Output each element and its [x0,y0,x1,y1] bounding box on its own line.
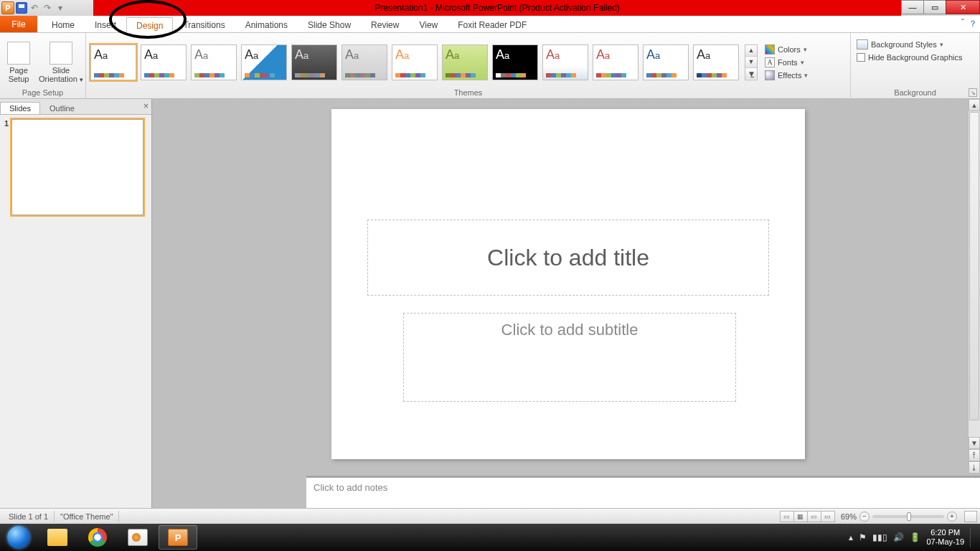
page-setup-label: Page Setup [9,66,29,83]
status-bar: Slide 1 of 1 "Office Theme" ▭ ▦ ▭ ▭ 69% … [0,508,980,524]
quick-access-toolbar: P ↶ ↷ ▾ [0,1,66,14]
ribbon-tab-review[interactable]: Review [361,17,409,32]
file-tab[interactable]: File [0,16,37,32]
zoom-out-button[interactable]: − [859,512,870,522]
colors-dropdown[interactable]: Colors▾ [763,44,809,55]
reading-view-button[interactable]: ▭ [807,511,821,522]
fit-to-window-button[interactable] [964,511,977,522]
theme-thumbnail[interactable]: Aa [643,44,689,80]
notes-pane[interactable]: Click to add notes [306,476,980,508]
slide-orientation-icon [50,42,72,65]
ribbon-tab-design[interactable]: Design [126,17,173,33]
zoom-in-button[interactable]: + [947,512,957,522]
ribbon-tab-slide-show[interactable]: Slide Show [298,17,361,32]
effects-icon [765,70,775,80]
theme-thumbnail[interactable]: Aa [492,44,538,80]
maximize-button[interactable]: ▭ [923,0,946,14]
scroll-thumb[interactable] [969,112,979,420]
slide: Click to add title Click to add subtitle [331,109,805,459]
ribbon-tab-foxit-reader-pdf[interactable]: Foxit Reader PDF [448,17,537,32]
tray-network-icon[interactable]: ▮▮▯ [872,532,887,542]
background-styles-icon [857,39,868,50]
show-desktop-button[interactable] [970,527,976,547]
slide-thumbnail[interactable] [11,119,143,215]
slide-orientation-button[interactable]: Slide Orientation ▾ [36,40,86,85]
theme-thumbnail[interactable]: Aa [341,44,387,80]
dialog-launcher[interactable]: ↘ [969,88,977,97]
help-icon[interactable]: ？ [969,18,977,30]
slideshow-view-button[interactable]: ▭ [821,511,835,522]
taskbar-powerpoint[interactable]: P [159,525,197,550]
slide-orientation-label: Slide Orientation ▾ [39,66,83,83]
fonts-dropdown[interactable]: AFonts▾ [763,57,809,68]
panel-close-icon[interactable]: × [143,101,149,111]
zoom-level[interactable]: 69% [841,512,857,521]
start-button[interactable] [0,524,37,551]
tray-battery-icon[interactable]: 🔋 [910,532,920,542]
background-styles-dropdown[interactable]: Background Styles▾ [855,39,963,50]
ribbon-collapse-help: ˇ ？ [961,18,977,30]
theme-thumbnail[interactable]: Aa [291,44,337,80]
hide-bg-graphics-checkbox[interactable]: Hide Background Graphics [855,52,963,62]
theme-thumbnail[interactable]: Aa [90,44,136,80]
minimize-ribbon-icon[interactable]: ˇ [961,18,964,30]
scroll-down-button[interactable]: ▼ [969,437,980,449]
title-placeholder[interactable]: Click to add title [367,220,769,296]
zoom-slider-knob[interactable] [907,512,911,521]
undo-icon[interactable]: ↶ [29,2,40,14]
title-placeholder-text: Click to add title [487,245,649,271]
theme-thumbnail[interactable]: Aa [542,44,588,80]
ribbon-tab-transitions[interactable]: Transitions [173,17,235,32]
tray-clock[interactable]: 6:20 PM 07-May-19 [926,528,964,546]
theme-thumbnail[interactable]: Aa [392,44,438,80]
subtitle-placeholder-text: Click to add subtitle [501,321,639,339]
prev-slide-button[interactable]: ⭱ [969,449,980,461]
ribbon-tab-insert[interactable]: Insert [85,17,126,32]
status-slide-count: Slide 1 of 1 [3,511,55,522]
normal-view-button[interactable]: ▭ [780,511,794,522]
ribbon-tab-home[interactable]: Home [42,17,85,32]
save-icon[interactable] [16,2,27,14]
redo-icon[interactable]: ↷ [42,2,53,14]
close-button[interactable]: ✕ [946,0,980,14]
subtitle-placeholder[interactable]: Click to add subtitle [403,313,736,402]
zoom-slider[interactable] [872,515,944,518]
tray-show-hidden-icon[interactable]: ▴ [849,532,853,542]
vertical-scrollbar[interactable]: ▲ ▼ ⭱ ⭳ [968,99,980,474]
qat-dropdown-icon[interactable]: ▾ [55,2,66,14]
page-setup-button[interactable]: Page Setup [4,40,33,85]
theme-thumbnail[interactable]: Aa [141,44,187,80]
panel-tab-outline[interactable]: Outline [40,102,84,114]
effects-dropdown[interactable]: Effects▾ [763,70,809,81]
taskbar-paint[interactable] [118,525,157,550]
tray-volume-icon[interactable]: 🔊 [893,532,904,542]
scroll-up-button[interactable]: ▲ [969,99,980,111]
theme-thumbnail[interactable]: Aa [241,44,287,80]
page-setup-icon [7,42,30,65]
themes-more-button[interactable]: ▼̲ [745,68,757,79]
slides-panel: SlidesOutline × 1 [0,99,152,508]
sorter-view-button[interactable]: ▦ [793,511,808,522]
ribbon-tab-animations[interactable]: Animations [235,17,298,32]
slide-thumbnail-item[interactable]: 1 [4,119,147,215]
window-controls: — ▭ ✕ [902,0,980,14]
slides-panel-body[interactable]: 1 [0,115,151,508]
minimize-button[interactable]: — [901,0,924,14]
slides-panel-tabs: SlidesOutline × [0,99,151,115]
themes-scroll-up[interactable]: ▲ [745,45,757,57]
slide-canvas-area[interactable]: Click to add title Click to add subtitle… [152,99,980,508]
taskbar-chrome[interactable] [78,525,117,550]
theme-thumbnail[interactable]: Aa [593,44,639,80]
ribbon-tab-view[interactable]: View [409,17,448,32]
theme-thumbnail[interactable]: Aa [191,44,237,80]
themes-scroll-down[interactable]: ▼ [745,57,757,68]
theme-thumbnail[interactable]: Aa [693,44,739,80]
taskbar-explorer[interactable] [38,525,77,550]
theme-thumbnail[interactable]: Aa [442,44,488,80]
group-background: Background Styles▾ Hide Background Graph… [851,33,980,99]
effects-label: Effects [778,71,801,80]
next-slide-button[interactable]: ⭳ [969,461,980,474]
tray-flag-icon[interactable]: ⚑ [859,532,867,542]
powerpoint-icon[interactable]: P [1,1,14,14]
panel-tab-slides[interactable]: Slides [0,102,40,114]
